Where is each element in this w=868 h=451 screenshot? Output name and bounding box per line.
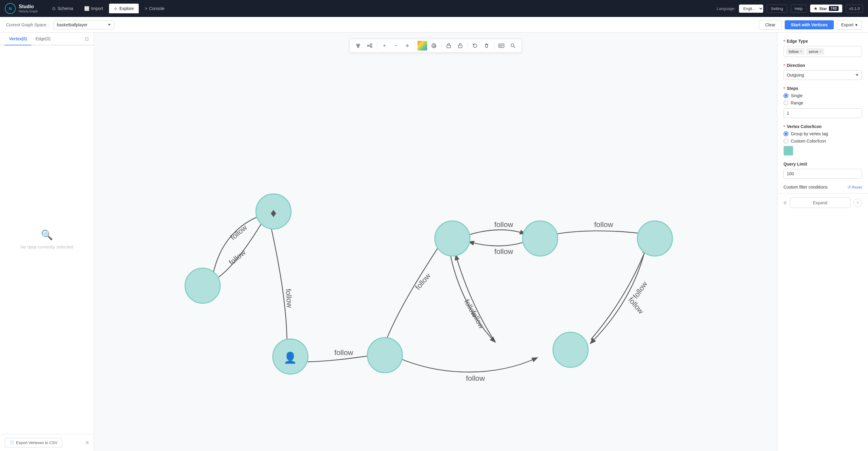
svg-text:follow: follow xyxy=(229,223,249,241)
export-csv-button[interactable]: 📄 Export Vertexes to CSV xyxy=(5,438,62,447)
tab-edge[interactable]: Edge(0) xyxy=(31,33,55,45)
reset-icon: ↺ xyxy=(847,185,851,190)
custom-color-radio-circle xyxy=(783,139,788,143)
unlock-button[interactable] xyxy=(456,41,465,51)
vertex-color-group: * Vertex Color/Icon Group by vertex tag … xyxy=(783,124,862,156)
nav-console[interactable]: > Console xyxy=(140,4,169,13)
keyboard-button[interactable] xyxy=(497,41,506,51)
expand-button[interactable]: Expand xyxy=(790,198,850,208)
tab-vertex[interactable]: Vertex(0) xyxy=(5,33,31,45)
logo-icon: N xyxy=(5,3,16,14)
no-data-text: No data currently selected xyxy=(20,244,73,251)
color-picker-button[interactable] xyxy=(417,41,427,51)
toolbar-divider-5 xyxy=(494,42,494,49)
svg-text:follow: follow xyxy=(631,280,649,300)
start-with-vertices-button[interactable]: Start with Vertices xyxy=(785,20,834,29)
add-button[interactable]: + xyxy=(380,41,390,51)
nav-schema[interactable]: ⊙ Schema xyxy=(47,4,78,13)
select-tool-button[interactable] xyxy=(353,41,363,51)
nav-explore[interactable]: ⊹ Explore xyxy=(109,4,138,13)
graph-space-label: Current Graph Space : xyxy=(6,23,49,27)
search-button[interactable] xyxy=(508,41,518,51)
move-button[interactable]: ✛ xyxy=(403,41,412,51)
right-panel-footer: ≡ Expand ? xyxy=(777,193,868,212)
direction-select[interactable]: Outgoing Incoming Bidirect xyxy=(783,70,862,80)
svg-line-9 xyxy=(369,46,370,46)
svg-text:follow: follow xyxy=(466,374,485,382)
clear-button[interactable]: Clear xyxy=(759,20,782,30)
svg-text:follow: follow xyxy=(594,220,613,228)
tab-actions-icon[interactable]: ⊡ xyxy=(85,36,89,42)
svg-text:◎: ◎ xyxy=(433,44,436,47)
steps-range-option[interactable]: Range xyxy=(783,100,862,105)
export-button[interactable]: Export ▾ xyxy=(837,20,862,30)
custom-color-option[interactable]: Custom Color/Icon xyxy=(783,139,862,143)
svg-rect-17 xyxy=(459,45,462,48)
steps-input[interactable] xyxy=(783,108,862,118)
star-button[interactable]: ★ Star 743 xyxy=(810,4,842,12)
version-button[interactable]: v3.1.0 xyxy=(846,4,863,13)
no-data-icon: 🔍 xyxy=(41,229,53,240)
vertex-color-label: Vertex Color/Icon xyxy=(787,124,822,129)
delete-button[interactable] xyxy=(482,41,492,51)
svg-text:+: + xyxy=(383,43,386,48)
graph-svg: follow follow follow follow follow follo… xyxy=(94,33,777,451)
svg-point-5 xyxy=(367,45,369,46)
main-layout: Vertex(0) Edge(0) ⊡ 🔍 No data currently … xyxy=(0,33,868,451)
svg-text:♦: ♦ xyxy=(271,206,277,220)
toolbar-divider-2 xyxy=(415,42,415,49)
graph-space-select[interactable]: basketballplayer xyxy=(54,20,114,29)
sub-header-actions: Clear Start with Vertices Export ▾ xyxy=(759,20,862,30)
vertex-color-radio-group: Group by vertex tag Custom Color/Icon xyxy=(783,131,862,143)
group-by-tag-option[interactable]: Group by vertex tag xyxy=(783,131,862,136)
star-label: Star xyxy=(819,6,827,11)
nav-import[interactable]: ⬜ Import xyxy=(79,4,108,13)
steps-required-star: * xyxy=(783,86,786,91)
setting-button[interactable]: Setting xyxy=(767,4,787,13)
lock-button[interactable] xyxy=(444,41,454,51)
language-select[interactable]: Engli... 中文 xyxy=(739,4,763,13)
tab-bar: Vertex(0) Edge(0) ⊡ xyxy=(0,33,94,45)
menu-icon[interactable]: ≡ xyxy=(85,440,89,446)
chevron-down-icon: ▾ xyxy=(855,23,858,27)
remove-serve-tag[interactable]: × xyxy=(819,49,822,54)
direction-label: Direction xyxy=(787,63,805,68)
steps-single-option[interactable]: Single xyxy=(783,93,862,98)
svg-text:follow: follow xyxy=(284,288,294,308)
reset-link[interactable]: ↺ Reset xyxy=(847,185,862,190)
list-icon[interactable]: ≡ xyxy=(783,200,787,206)
custom-filter-label: Custom filter conditions xyxy=(783,185,828,190)
steps-radio-group: Single Range xyxy=(783,93,862,105)
graph-canvas[interactable]: follow follow follow follow follow follo… xyxy=(94,33,777,451)
import-icon: ⬜ xyxy=(84,6,89,11)
minus-button[interactable]: − xyxy=(391,41,401,51)
logo-subtitle: Nebula Graph xyxy=(19,10,37,13)
svg-line-8 xyxy=(369,45,370,46)
reset-button[interactable] xyxy=(470,41,480,51)
filter-button[interactable]: ◎ xyxy=(429,41,439,51)
toolbar-divider-1 xyxy=(377,42,377,49)
graph-node-n4 xyxy=(367,338,403,373)
svg-point-0 xyxy=(356,44,358,46)
toolbar-divider-4 xyxy=(468,42,468,49)
expand-tool-button[interactable] xyxy=(365,41,375,51)
query-limit-input[interactable] xyxy=(783,169,862,179)
group-by-tag-radio-dot xyxy=(785,133,787,135)
edge-type-group: * Edge Type follow × serve × xyxy=(783,39,862,57)
edge-type-label: Edge Type xyxy=(787,39,808,43)
group-by-tag-label: Group by vertex tag xyxy=(791,131,828,136)
console-icon: > xyxy=(145,6,147,11)
help-icon[interactable]: ? xyxy=(854,199,862,207)
color-swatch[interactable] xyxy=(783,146,793,156)
file-icon: 📄 xyxy=(9,441,14,445)
edge-type-required-star: * xyxy=(783,39,786,43)
reset-label: Reset xyxy=(851,185,862,190)
graph-node-n5 xyxy=(435,221,470,256)
svg-text:follow: follow xyxy=(494,247,513,255)
graph-node-n2 xyxy=(185,268,220,303)
help-button[interactable]: Help xyxy=(791,4,807,13)
edge-type-tags: follow × serve × xyxy=(783,46,862,57)
single-radio-circle xyxy=(783,93,788,98)
remove-follow-tag[interactable]: × xyxy=(800,49,802,54)
query-limit-label: Query Limit xyxy=(783,162,807,166)
